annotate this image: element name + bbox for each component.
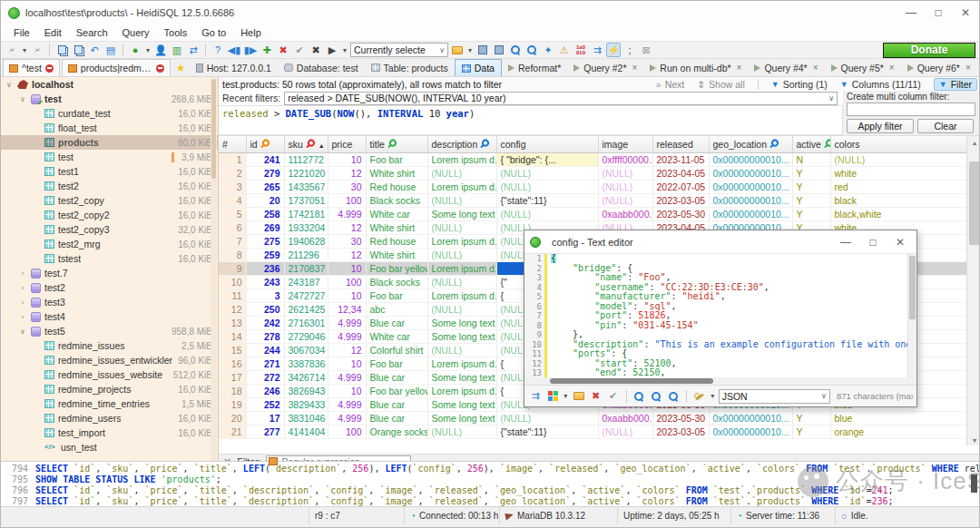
cell-num[interactable]: 6 [219, 220, 246, 234]
cell-price[interactable]: 12 [328, 343, 366, 357]
tab-query-2-[interactable]: Query #2*× [567, 59, 643, 76]
save-icon[interactable] [475, 43, 490, 57]
cell-active[interactable]: Y [792, 193, 830, 207]
table-row[interactable]: 525817421814.999White carSome long text(… [219, 207, 966, 220]
cell-colors[interactable]: black [830, 193, 966, 207]
cell-price[interactable]: 100 [328, 425, 366, 438]
table-row[interactable]: 4201737051100Black socks(NULL){"state":1… [219, 193, 966, 207]
clear-filter-button[interactable]: Clear [917, 119, 974, 133]
dialog-scrollbar[interactable] [907, 254, 916, 377]
cell-sku[interactable]: 2472727 [284, 288, 328, 302]
cell-config[interactable]: (NULL) [496, 180, 598, 193]
close-button[interactable]: ✕ [952, 2, 979, 24]
cell-image[interactable]: 0xaabb000... [598, 411, 652, 425]
dialog-cancel-icon[interactable]: ✖ [589, 389, 603, 404]
go-first-icon[interactable]: ◀▮ [227, 43, 241, 57]
open-file-icon[interactable] [450, 43, 465, 57]
scroll-up-icon[interactable]: ▲ [967, 136, 980, 149]
help-icon[interactable]: ? [211, 43, 225, 57]
tree-item-redmine_users[interactable]: redmine_users16,0 KiB [1, 411, 218, 425]
tree-item-localhost[interactable]: ∨localhost [1, 77, 218, 92]
multi-filter-input[interactable] [847, 103, 975, 116]
cell-num[interactable]: 14 [219, 329, 246, 343]
discard-icon[interactable]: ✖ [309, 43, 323, 57]
tab-query-4-[interactable]: Query #4*× [748, 59, 824, 76]
cell-price[interactable]: 4.999 [328, 329, 366, 343]
cell-image[interactable]: (NULL) [598, 425, 652, 438]
menu-go-to[interactable]: Go to [194, 26, 233, 39]
menu-tools[interactable]: Tools [157, 26, 195, 39]
cell-price[interactable]: 4.999 [328, 316, 366, 329]
tree-item-test4[interactable]: ›test4 [1, 309, 218, 324]
tree-expand-icon[interactable]: ∨ [5, 81, 14, 89]
cell-description[interactable]: Lorem ipsum d... [427, 288, 496, 302]
session-tab[interactable]: products|redmi|err [62, 59, 171, 76]
cell-price[interactable]: 10 [328, 288, 366, 302]
cell-id[interactable]: 3 [246, 288, 284, 302]
cell-num[interactable]: 18 [219, 384, 246, 397]
cell-colors[interactable]: white [830, 166, 966, 180]
cell-num[interactable]: 9 [219, 261, 246, 275]
cell-title[interactable]: Red house [366, 180, 427, 193]
cell-description[interactable]: Lorem ipsum d... [427, 384, 496, 397]
cell-geo_location[interactable]: 0x00000000010... [709, 180, 792, 193]
data-flow-icon[interactable]: ⇄ [186, 43, 201, 57]
cell-title[interactable]: Foo bar [366, 288, 427, 302]
cell-price[interactable]: 30 [328, 234, 366, 248]
cell-num[interactable]: 11 [219, 288, 246, 302]
tree-item-redmine_projects[interactable]: redmine_projects16,0 KiB [1, 382, 218, 396]
cell-title[interactable]: Blue car [366, 316, 427, 329]
cell-sku[interactable]: 1433567 [284, 180, 328, 193]
cell-title[interactable]: Foo bar [366, 357, 427, 370]
tab-database-test[interactable]: Database: test [278, 59, 365, 76]
cell-price[interactable]: 10 [328, 152, 366, 166]
cell-image[interactable]: 0xffff00000... [598, 152, 652, 166]
cell-sku[interactable]: 1737051 [284, 193, 328, 207]
warning-icon[interactable]: ⚠ [557, 43, 572, 57]
cell-sku[interactable]: 2716301 [284, 316, 328, 329]
columns-button[interactable]: ▼Columns (11/11) [840, 79, 921, 90]
dialog-zoom-out-icon[interactable] [649, 389, 663, 404]
column-header-geo_location[interactable]: geo_location [709, 136, 792, 152]
cell-geo_location[interactable]: 0x00000000010... [709, 425, 792, 438]
cell-price[interactable]: 12,34 [328, 302, 366, 316]
post-changes-icon[interactable]: ✔ [292, 43, 307, 57]
cell-price[interactable]: 10 [328, 357, 366, 370]
dialog-apply-icon[interactable]: ✔ [606, 389, 621, 404]
cell-geo_location[interactable]: 0x00000000010... [709, 207, 792, 220]
tree-item-test2[interactable]: ›test2 [1, 280, 218, 295]
undo-icon[interactable]: ↶ [87, 43, 102, 57]
tab-host-127-0-0-1[interactable]: Host: 127.0.0.1 [190, 59, 278, 76]
cell-config[interactable]: (NULL) [496, 207, 598, 220]
column-header-image[interactable]: image [598, 136, 652, 152]
cell-sku[interactable]: 3426714 [284, 370, 328, 384]
sidebar-scrollbar[interactable] [211, 77, 217, 461]
export-icon[interactable]: ▥ [170, 43, 184, 57]
cell-id[interactable]: 17 [246, 411, 284, 425]
cell-price[interactable]: 100 [328, 193, 366, 207]
table-row[interactable]: 1241111277210Foo barLorem ipsum d...{ "b… [219, 152, 966, 166]
tree-item-redmine_issues_website[interactable]: redmine_issues_website512,0 KiB [1, 367, 218, 382]
dialog-title-bar[interactable]: config - Text editor — □ ✕ [524, 230, 916, 254]
tree-expand-icon[interactable]: › [18, 269, 27, 278]
syntax-highlight-icon[interactable]: ⚡ [606, 43, 621, 57]
cell-sku[interactable]: 1940628 [284, 234, 328, 248]
cell-released[interactable]: 2023-03-05 [652, 193, 709, 207]
cell-num[interactable]: 20 [219, 411, 246, 425]
session-tab[interactable]: ^test [3, 59, 60, 76]
column-header-config[interactable]: config [496, 136, 598, 152]
cell-title[interactable]: Blue car [366, 397, 427, 411]
tab-table-products[interactable]: Table: products [365, 59, 455, 76]
cell-title[interactable]: White car [366, 207, 427, 220]
menu-edit[interactable]: Edit [37, 26, 69, 39]
cell-description[interactable]: (NULL) [427, 166, 496, 180]
cell-active[interactable]: Y [792, 207, 830, 220]
column-header-title[interactable]: title [366, 136, 427, 152]
tree-item-tstest[interactable]: tstest16,0 KiB [1, 251, 218, 266]
tree-item-float_test[interactable]: float_test16,0 KiB [1, 121, 218, 135]
cell-released[interactable]: 2022-07-05 [652, 180, 709, 193]
dialog-tools-dropdown-icon[interactable]: ▾ [710, 392, 716, 400]
copy-icon[interactable] [54, 43, 69, 57]
stop-icon[interactable]: ⊠ [639, 43, 653, 57]
cell-num[interactable]: 16 [219, 357, 246, 370]
